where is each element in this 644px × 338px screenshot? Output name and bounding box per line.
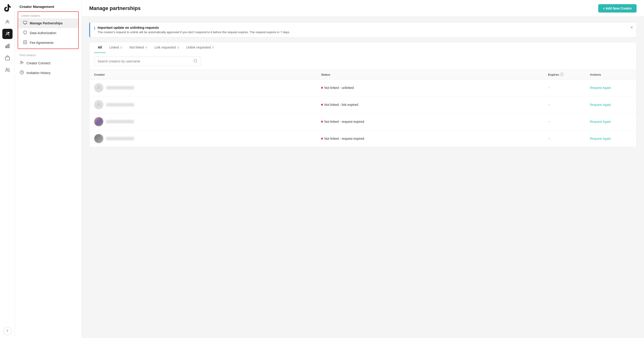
creator-connect-icon [20, 61, 24, 66]
table-row: Not linked - unlinked -- Request Again [90, 79, 636, 96]
action-cell-1: Request Again [590, 86, 632, 90]
page-title: Manage partnerships [89, 5, 140, 11]
svg-rect-5 [7, 45, 8, 48]
alert-info-icon: ℹ [94, 26, 95, 30]
data-authorization-icon [23, 30, 28, 35]
status-dot-2 [321, 104, 323, 106]
table-row: Not linked - link expired -- Request Aga… [90, 96, 636, 113]
creator-cell-2 [94, 100, 321, 109]
alert-content: Important update on unlinking requests T… [98, 26, 290, 34]
icon-bar: ★ ? [0, 0, 15, 338]
svg-rect-6 [8, 44, 9, 48]
status-cell-4: Not linked - request expired [321, 137, 548, 140]
manage-partnerships-icon [23, 21, 28, 26]
status-cell-2: Not linked - link expired [321, 103, 548, 107]
svg-rect-4 [5, 46, 6, 48]
search-section [89, 53, 636, 70]
invitation-history-icon [20, 70, 24, 75]
search-input[interactable] [98, 59, 192, 63]
status-cell-1: Not linked - unlinked [321, 86, 548, 90]
svg-point-15 [21, 61, 22, 62]
expires-cell-3: -- [548, 120, 590, 123]
action-cell-4: Request Again [590, 137, 632, 140]
sidebar-item-invitation-history[interactable]: Invitation History [15, 68, 82, 78]
nav-shop-icon[interactable] [2, 53, 12, 63]
avatar-4 [94, 134, 104, 143]
invitation-history-label: Invitation History [26, 71, 50, 75]
request-again-link-4[interactable]: Request Again [590, 137, 611, 140]
fee-agreements-icon [23, 40, 28, 45]
request-again-link-1[interactable]: Request Again [590, 86, 611, 90]
header-actions: Actions [590, 73, 632, 76]
creator-name-blur-2 [106, 103, 134, 106]
svg-point-21 [98, 86, 100, 88]
sidebar-item-data-authorization[interactable]: Data Authorization [18, 28, 78, 38]
alert-banner: ℹ Important update on unlinking requests… [89, 22, 636, 37]
tabs-container: All Linked 0 Not linked 4 Link requested… [89, 42, 636, 53]
avatar-3 [94, 117, 104, 126]
help-icon-bottom[interactable]: ? [3, 327, 12, 335]
tab-link-requested[interactable]: Link requested 0 [151, 42, 182, 53]
sidebar-item-creator-connect[interactable]: Creator Connect [15, 58, 82, 68]
alert-close-button[interactable]: ✕ [630, 25, 633, 30]
manage-partnerships-label: Manage Partnerships [30, 21, 63, 25]
creator-connect-nav-label: Creator Connect [26, 61, 50, 65]
sidebar-item-manage-partnerships[interactable]: Manage Partnerships [18, 18, 78, 28]
table-header: Creator Status Expires ? Actions [90, 70, 636, 79]
expires-help-icon[interactable]: ? [560, 73, 564, 76]
find-creators-label: Find creators [15, 51, 82, 58]
tabs: All Linked 0 Not linked 4 Link requested… [94, 42, 632, 53]
table-container: Creator Status Expires ? Actions [89, 70, 636, 147]
action-cell-2: Request Again [590, 103, 632, 107]
expires-cell-2: -- [548, 103, 590, 107]
linked-creators-box: Linked creators Manage Partnerships Data… [18, 11, 79, 49]
action-cell-3: Request Again [590, 120, 632, 123]
table-section: All Linked 0 Not linked 4 Link requested… [89, 42, 636, 147]
svg-rect-7 [5, 57, 9, 60]
creator-name-blur-4 [106, 137, 134, 140]
creator-cell-1 [94, 83, 321, 92]
nav-profile-icon[interactable] [2, 17, 12, 27]
svg-point-19 [194, 59, 196, 62]
creator-cell-4 [94, 134, 321, 143]
table-row: Not linked - request expired -- Request … [90, 113, 636, 130]
svg-point-0 [6, 20, 8, 22]
request-again-link-3[interactable]: Request Again [590, 120, 611, 123]
avatar-2 [94, 100, 104, 109]
tab-all[interactable]: All [94, 42, 106, 53]
data-authorization-label: Data Authorization [30, 31, 56, 35]
main-content: Manage partnerships + Add New Creator ℹ … [82, 0, 644, 338]
nav-analytics-icon[interactable] [2, 41, 12, 51]
creator-cell-3 [94, 117, 321, 126]
tab-unlink-requested[interactable]: Unlink requested 0 [182, 42, 218, 53]
header-status: Status [321, 73, 548, 76]
status-dot-1 [321, 87, 323, 89]
creator-name-blur-3 [106, 120, 134, 123]
svg-rect-9 [24, 21, 27, 24]
svg-point-22 [98, 103, 100, 105]
search-icon [193, 59, 198, 64]
alert-title: Important update on unlinking requests [98, 26, 290, 29]
content-area: ℹ Important update on unlinking requests… [82, 17, 644, 338]
linked-creators-label: Linked creators [18, 13, 78, 18]
icon-bar-bottom: ? [3, 327, 12, 335]
sidebar-item-fee-agreements[interactable]: Fee Agreements [18, 38, 78, 47]
request-again-link-2[interactable]: Request Again [590, 103, 611, 107]
sidebar-title: Creator Management [15, 5, 82, 11]
tiktok-logo[interactable] [2, 3, 12, 13]
expires-cell-4: -- [548, 137, 590, 140]
fee-agreements-label: Fee Agreements [30, 41, 54, 44]
search-box [94, 57, 201, 66]
tab-linked[interactable]: Linked 0 [106, 42, 126, 53]
status-cell-3: Not linked - request expired [321, 120, 548, 123]
alert-text: The creator's request to unlink will be … [98, 30, 290, 34]
add-creator-button[interactable]: + Add New Creator [598, 4, 636, 12]
header-expires: Expires ? [548, 73, 590, 76]
creator-name-blur-1 [106, 86, 134, 89]
nav-users-icon[interactable] [2, 65, 12, 75]
nav-creator-icon[interactable]: ★ [2, 29, 12, 39]
top-bar: Manage partnerships + Add New Creator [82, 0, 644, 17]
expires-cell-1: -- [548, 86, 590, 90]
tab-not-linked[interactable]: Not linked 4 [126, 42, 151, 53]
status-dot-3 [321, 121, 323, 123]
